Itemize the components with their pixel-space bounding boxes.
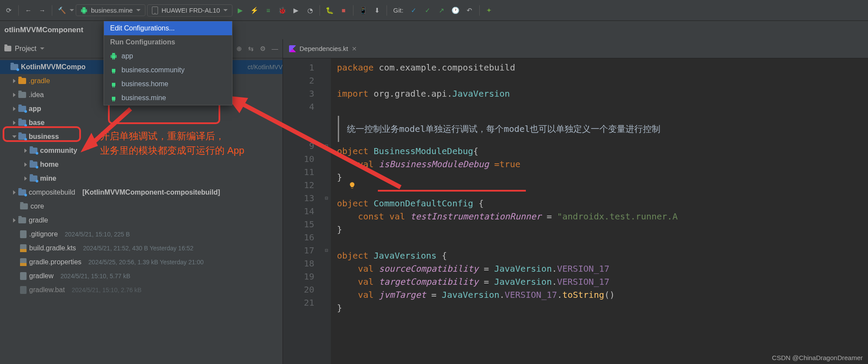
popup-header: Run Configurations bbox=[104, 35, 232, 49]
device-combo[interactable]: HUAWEI FRD-AL10 bbox=[147, 4, 232, 17]
stop-icon[interactable]: ■ bbox=[337, 4, 350, 17]
folder-icon bbox=[18, 78, 26, 84]
tree-item-gradlew[interactable]: gradlew2024/5/21, 15:10, 5.77 kB bbox=[0, 269, 283, 283]
editor-panel: Dependencies.kt ✕ 1234910111213141516171… bbox=[283, 39, 868, 364]
vcs-update-icon[interactable]: ✓ bbox=[408, 4, 420, 17]
tree-meta: 2024/5/21, 15:10, 2.76 kB bbox=[72, 286, 141, 293]
attach-debug-icon[interactable]: 🐛 bbox=[323, 4, 336, 17]
git-label: Git: bbox=[393, 7, 403, 14]
android-icon bbox=[110, 94, 117, 101]
sync-icon[interactable]: ⟳ bbox=[3, 4, 15, 17]
popup-item-home[interactable]: business.home bbox=[104, 77, 232, 91]
tree-item-gradle-properties[interactable]: gradle.properties2024/5/25, 20:56, 1.39 … bbox=[0, 255, 283, 269]
module-icon bbox=[18, 134, 26, 140]
editor-tabs: Dependencies.kt ✕ bbox=[283, 39, 868, 58]
popup-label: Run Configurations bbox=[110, 38, 175, 46]
select-opened-icon[interactable]: ⊕ bbox=[236, 45, 242, 53]
vcs-history-icon[interactable]: 🕐 bbox=[450, 4, 462, 17]
debug-icon[interactable]: 🐞 bbox=[276, 4, 288, 17]
tree-item-home[interactable]: home bbox=[0, 158, 283, 172]
module-icon bbox=[18, 120, 26, 126]
vcs-commit-icon[interactable]: ✓ bbox=[422, 4, 434, 17]
tree-item-gradlew-bat[interactable]: gradlew.bat2024/5/21, 15:10, 2.76 kB bbox=[0, 283, 283, 297]
tab-label: Dependencies.kt bbox=[299, 45, 348, 52]
file-icon bbox=[20, 258, 27, 266]
run-config-combo[interactable]: business.mine bbox=[76, 4, 145, 16]
close-icon[interactable]: ✕ bbox=[352, 45, 357, 52]
sdk-icon[interactable]: ⬇ bbox=[371, 4, 383, 17]
minimize-icon[interactable]: — bbox=[272, 45, 278, 53]
ai-icon[interactable]: ✦ bbox=[483, 4, 495, 17]
vcs-rollback-icon[interactable]: ↶ bbox=[464, 4, 476, 17]
tree-label: base bbox=[29, 119, 44, 127]
tree-item-gitignore[interactable]: .gitignore2024/5/21, 15:10, 225 B bbox=[0, 227, 283, 241]
tree-item-compositebuild[interactable]: compositebuild [KotlinMVVMComponent-comp… bbox=[0, 185, 283, 199]
back-icon[interactable]: ← bbox=[22, 4, 34, 17]
module-icon bbox=[30, 162, 37, 168]
folder-icon bbox=[18, 92, 26, 98]
panel-title[interactable]: Project bbox=[15, 45, 37, 53]
gear-icon[interactable]: ⚙ bbox=[260, 45, 266, 53]
avd-icon[interactable]: 📱 bbox=[357, 4, 369, 17]
popup-item-community[interactable]: business.community bbox=[104, 63, 232, 77]
forward-icon[interactable]: → bbox=[36, 4, 48, 17]
tree-label: gradlew.bat bbox=[29, 286, 65, 294]
apply-changes-icon[interactable]: ⚡ bbox=[248, 4, 260, 17]
run-config-label: business.mine bbox=[91, 7, 133, 14]
file-icon bbox=[20, 272, 27, 280]
tree-label: core bbox=[30, 202, 44, 210]
module-icon bbox=[18, 189, 26, 195]
popup-label: Edit Configurations... bbox=[110, 24, 175, 32]
tree-label: .idea bbox=[29, 91, 44, 99]
popup-item-mine[interactable]: business.mine bbox=[104, 91, 232, 105]
tree-item-core[interactable]: core bbox=[0, 199, 283, 213]
tree-item-community[interactable]: community bbox=[0, 144, 283, 158]
tree-item-build-gradle[interactable]: build.gradle.kts2024/5/21, 21:52, 430 B … bbox=[0, 241, 283, 255]
tree-label: .gitignore bbox=[29, 230, 58, 238]
popup-item-app[interactable]: app bbox=[104, 49, 232, 63]
code-area[interactable]: package com.example.compositebuildimport… bbox=[331, 58, 868, 364]
breadcrumb-root[interactable]: otlinMVVMComponent bbox=[4, 26, 83, 34]
tree-meta: 2024/5/21, 15:10, 225 B bbox=[65, 231, 130, 238]
watermark: CSDN @ChinaDragonDreamer bbox=[772, 354, 863, 361]
coverage-icon[interactable]: ▶ bbox=[290, 4, 302, 17]
fold-strip: ⊟⊟⊟ bbox=[322, 58, 331, 364]
run-config-popup: Edit Configurations... Run Configuration… bbox=[104, 21, 232, 105]
tree-item-base[interactable]: base bbox=[0, 116, 283, 130]
tree-label: mine bbox=[40, 175, 56, 182]
gutter: 12349101112131415161718192021 bbox=[283, 58, 322, 364]
tree-item-gradle-folder[interactable]: gradle bbox=[0, 213, 283, 227]
file-icon bbox=[20, 230, 27, 238]
chevron-down-icon[interactable] bbox=[70, 9, 74, 11]
android-icon bbox=[110, 67, 117, 74]
tree-meta: ct/KotlinMVV bbox=[248, 64, 283, 71]
run-icon[interactable]: ▶ bbox=[234, 4, 246, 17]
hammer-icon[interactable]: 🔨 bbox=[56, 4, 68, 17]
chevron-down-icon[interactable] bbox=[40, 47, 44, 50]
tree-label: home bbox=[40, 161, 59, 169]
project-icon bbox=[10, 64, 18, 70]
main-toolbar: ⟳ ← → 🔨 business.mine HUAWEI FRD-AL10 ▶ … bbox=[0, 0, 868, 21]
vcs-push-icon[interactable]: ↗ bbox=[436, 4, 448, 17]
editor-body[interactable]: 12349101112131415161718192021 ⊟⊟⊟ packag… bbox=[283, 58, 868, 364]
popup-edit-configurations[interactable]: Edit Configurations... bbox=[104, 21, 232, 35]
module-icon bbox=[18, 106, 26, 112]
tree-label: business bbox=[29, 133, 59, 141]
profile-icon[interactable]: ◔ bbox=[304, 4, 316, 17]
phone-icon bbox=[152, 7, 158, 14]
tree-label: compositebuild bbox=[29, 189, 75, 196]
intention-bulb-icon[interactable] bbox=[348, 180, 356, 188]
tree-item-business[interactable]: business bbox=[0, 130, 283, 144]
editor-tab-dependencies[interactable]: Dependencies.kt ✕ bbox=[283, 39, 363, 58]
tree-label: gradlew bbox=[29, 272, 54, 280]
android-icon bbox=[110, 53, 117, 60]
file-icon bbox=[20, 244, 27, 252]
expand-icon[interactable]: ⇆ bbox=[248, 45, 254, 53]
tree-label: .gradle bbox=[29, 77, 50, 85]
file-icon bbox=[20, 286, 27, 294]
android-icon bbox=[81, 7, 87, 14]
apply-code-icon[interactable]: ≡ bbox=[262, 4, 274, 17]
tree-label: gradle.properties bbox=[29, 258, 81, 266]
tree-item-mine[interactable]: mine bbox=[0, 172, 283, 185]
tree-label: KotlinMVVMCompo bbox=[21, 63, 85, 71]
